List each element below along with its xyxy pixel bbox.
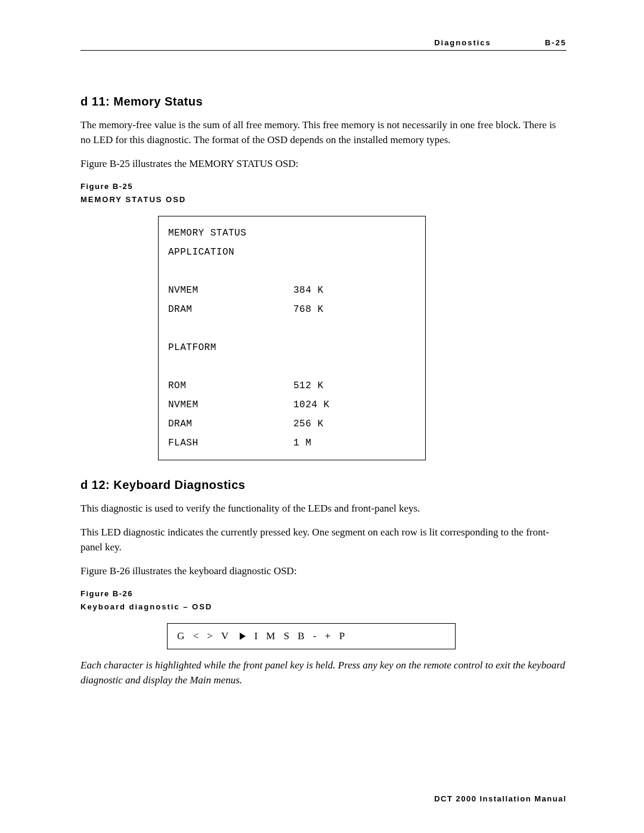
osd-row-value: 1 M xyxy=(293,433,311,453)
osd-row-label: DRAM xyxy=(168,414,293,433)
play-triangle-icon xyxy=(240,633,246,640)
osd-row-label: ROM xyxy=(168,376,293,395)
header-section: Diagnostics xyxy=(434,37,491,49)
body-paragraph: Figure B-26 illustrates the keyboard dia… xyxy=(80,563,566,579)
osd-row-value: 768 K xyxy=(293,300,324,319)
osd-row-label: DRAM xyxy=(168,300,293,319)
section-heading-d12: d 12: Keyboard Diagnostics xyxy=(80,476,566,494)
keyboard-diagnostic-osd: G < > V I M S B - + P xyxy=(167,623,456,649)
osd-row: FLASH 1 M xyxy=(168,433,416,453)
body-paragraph: Figure B-25 illustrates the MEMORY STATU… xyxy=(80,156,566,172)
osd-group-title: PLATFORM xyxy=(168,338,416,357)
header-page-number: B-25 xyxy=(545,37,566,49)
osd-row: ROM 512 K xyxy=(168,376,416,395)
body-paragraph: This diagnostic is used to verify the fu… xyxy=(80,501,566,516)
figure-caption: Keyboard diagnostic – OSD xyxy=(80,601,566,613)
figure-caption: MEMORY STATUS OSD xyxy=(80,194,566,206)
figure-label: Figure B-26 xyxy=(80,588,566,600)
osd-title: MEMORY STATUS xyxy=(168,224,416,243)
osd-row-label: NVMEM xyxy=(168,281,293,300)
body-paragraph: The memory-free value is the sum of all … xyxy=(80,117,566,148)
osd-row-label: FLASH xyxy=(168,433,293,453)
osd-row: NVMEM 384 K xyxy=(168,281,416,300)
osd-row: NVMEM 1024 K xyxy=(168,395,416,414)
section-heading-d11: d 11: Memory Status xyxy=(80,92,566,110)
page-footer: DCT 2000 Installation Manual xyxy=(434,793,566,805)
osd-segment: I M S B - + P xyxy=(249,630,348,642)
osd-row-value: 384 K xyxy=(293,281,324,300)
page-header: Diagnostics B-25 xyxy=(80,37,566,49)
osd-segment: G < > V xyxy=(177,630,237,642)
osd-group-title: APPLICATION xyxy=(168,243,416,262)
osd-row-value: 512 K xyxy=(293,376,324,395)
osd-row: DRAM 768 K xyxy=(168,300,416,319)
header-divider xyxy=(80,50,566,51)
osd-row: DRAM 256 K xyxy=(168,414,416,433)
osd-row-value: 1024 K xyxy=(293,395,330,414)
osd-row-value: 256 K xyxy=(293,414,324,433)
figure-note: Each character is highlighted while the … xyxy=(80,658,566,688)
osd-row-label: NVMEM xyxy=(168,395,293,414)
body-paragraph: This LED diagnostic indicates the curren… xyxy=(80,525,566,555)
memory-status-osd: MEMORY STATUS APPLICATION NVMEM 384 K DR… xyxy=(158,216,426,460)
figure-label: Figure B-25 xyxy=(80,181,566,193)
